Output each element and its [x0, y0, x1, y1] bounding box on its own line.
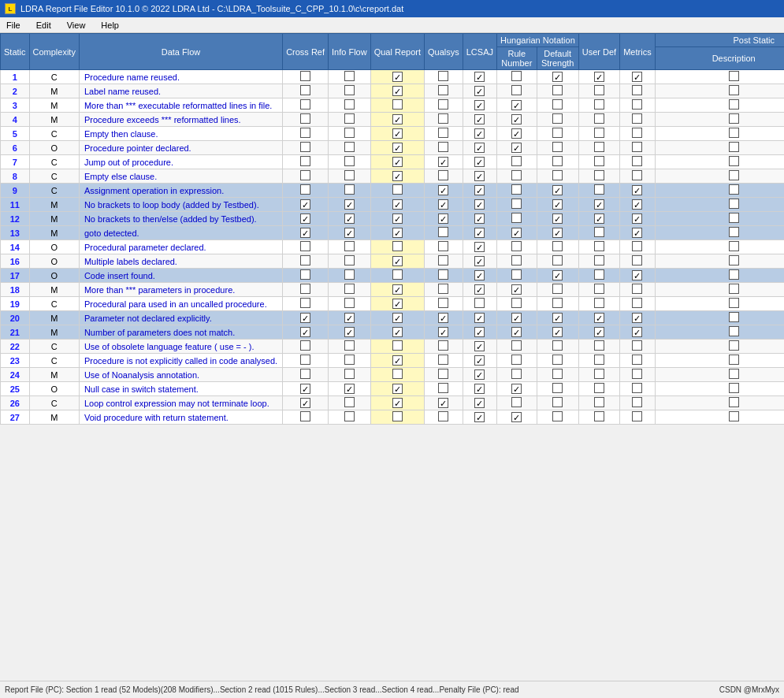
checkbox[interactable]: ✓ — [344, 213, 355, 224]
checkbox[interactable] — [344, 128, 355, 138]
checkbox[interactable] — [511, 199, 522, 209]
checkbox-cell[interactable]: ✓ — [329, 226, 371, 240]
checkbox-cell[interactable]: ✓ — [329, 382, 371, 396]
checkbox[interactable]: ✓ — [392, 228, 403, 238]
checkbox[interactable] — [729, 99, 739, 110]
checkbox[interactable] — [729, 255, 739, 265]
checkbox[interactable] — [729, 326, 739, 336]
checkbox[interactable] — [594, 298, 604, 308]
checkbox[interactable]: ✓ — [594, 72, 604, 82]
checkbox[interactable] — [438, 298, 448, 308]
checkbox-cell[interactable]: ✓ — [463, 311, 496, 325]
checkbox-cell[interactable] — [329, 127, 371, 141]
checkbox[interactable]: ✓ — [594, 313, 604, 323]
checkbox-cell[interactable]: ✓ — [578, 70, 619, 84]
checkbox-cell[interactable]: ✓ — [496, 311, 537, 325]
checkbox[interactable] — [392, 411, 403, 421]
checkbox-cell[interactable]: ✓ — [463, 283, 496, 297]
checkbox[interactable] — [632, 397, 642, 407]
checkbox[interactable] — [632, 369, 642, 379]
checkbox[interactable] — [300, 71, 310, 81]
checkbox[interactable]: ✓ — [392, 72, 403, 82]
checkbox-cell[interactable] — [655, 184, 784, 198]
checkbox-cell[interactable] — [329, 354, 371, 368]
checkbox[interactable]: ✓ — [392, 143, 403, 153]
table-row[interactable]: 4MProcedure exceeds *** reformatted line… — [1, 113, 785, 127]
checkbox-cell[interactable] — [424, 269, 463, 283]
checkbox[interactable]: ✓ — [392, 114, 403, 124]
checkbox[interactable]: ✓ — [300, 313, 310, 323]
cast-checkbox-cell[interactable] — [370, 269, 424, 283]
checkbox[interactable]: ✓ — [300, 384, 310, 394]
checkbox-cell[interactable] — [283, 155, 329, 169]
checkbox[interactable] — [300, 142, 310, 152]
checkbox[interactable]: ✓ — [474, 185, 485, 195]
checkbox-cell[interactable] — [496, 240, 537, 254]
checkbox-cell[interactable] — [620, 368, 655, 382]
checkbox-cell[interactable] — [463, 297, 496, 311]
checkbox[interactable]: ✓ — [552, 72, 563, 82]
checkbox[interactable] — [438, 284, 448, 294]
checkbox-cell[interactable] — [329, 113, 371, 127]
checkbox-cell[interactable]: ✓ — [620, 226, 655, 240]
checkbox[interactable] — [729, 312, 739, 322]
checkbox[interactable] — [300, 284, 310, 294]
checkbox[interactable]: ✓ — [392, 313, 403, 323]
checkbox[interactable]: ✓ — [392, 398, 403, 408]
checkbox[interactable]: ✓ — [632, 72, 642, 82]
checkbox[interactable] — [392, 269, 403, 280]
checkbox[interactable] — [511, 355, 522, 365]
checkbox[interactable] — [438, 269, 448, 280]
checkbox[interactable] — [552, 241, 563, 251]
checkbox[interactable] — [632, 340, 642, 351]
checkbox[interactable] — [300, 255, 310, 265]
checkbox-cell[interactable] — [655, 340, 784, 354]
checkbox[interactable]: ✓ — [392, 327, 403, 337]
checkbox[interactable] — [632, 355, 642, 365]
checkbox[interactable] — [552, 284, 563, 294]
checkbox-cell[interactable] — [655, 396, 784, 410]
checkbox[interactable] — [438, 241, 448, 251]
checkbox-cell[interactable] — [424, 169, 463, 184]
checkbox-cell[interactable] — [424, 410, 463, 425]
checkbox[interactable]: ✓ — [438, 213, 448, 224]
table-row[interactable]: 11MNo brackets to loop body (added by Te… — [1, 198, 785, 212]
checkbox-cell[interactable] — [655, 354, 784, 368]
checkbox-cell[interactable] — [424, 368, 463, 382]
checkbox[interactable] — [344, 255, 355, 265]
checkbox[interactable]: ✓ — [344, 327, 355, 337]
checkbox-cell[interactable] — [424, 127, 463, 141]
checkbox-cell[interactable] — [283, 354, 329, 368]
checkbox[interactable] — [594, 355, 604, 365]
checkbox[interactable] — [729, 340, 739, 351]
checkbox-cell[interactable] — [655, 98, 784, 113]
checkbox-cell[interactable]: ✓ — [537, 212, 578, 226]
checkbox-cell[interactable]: ✓ — [620, 198, 655, 212]
checkbox[interactable] — [344, 355, 355, 365]
checkbox[interactable] — [438, 71, 448, 81]
checkbox-cell[interactable]: ✓ — [463, 269, 496, 283]
cast-checkbox-cell[interactable] — [370, 240, 424, 254]
checkbox[interactable] — [729, 142, 739, 152]
checkbox-cell[interactable] — [496, 254, 537, 269]
checkbox[interactable]: ✓ — [474, 199, 485, 210]
checkbox[interactable]: ✓ — [392, 128, 403, 139]
checkbox[interactable]: ✓ — [392, 256, 403, 266]
checkbox[interactable] — [300, 184, 310, 195]
checkbox-cell[interactable]: ✓ — [537, 311, 578, 325]
checkbox-cell[interactable]: ✓ — [537, 325, 578, 340]
checkbox-cell[interactable] — [537, 396, 578, 410]
cast-checkbox-cell[interactable]: ✓ — [370, 70, 424, 84]
checkbox[interactable] — [511, 184, 522, 195]
table-row[interactable]: 5CEmpty then clause.✓✓✓ — [1, 127, 785, 141]
checkbox[interactable] — [392, 99, 403, 110]
checkbox-cell[interactable] — [655, 141, 784, 155]
checkbox-cell[interactable] — [329, 396, 371, 410]
checkbox-cell[interactable] — [537, 354, 578, 368]
checkbox[interactable]: ✓ — [552, 313, 563, 323]
checkbox[interactable] — [552, 156, 563, 166]
checkbox-cell[interactable]: ✓ — [329, 198, 371, 212]
checkbox-cell[interactable] — [283, 340, 329, 354]
checkbox[interactable] — [594, 184, 604, 195]
checkbox[interactable] — [474, 298, 485, 308]
